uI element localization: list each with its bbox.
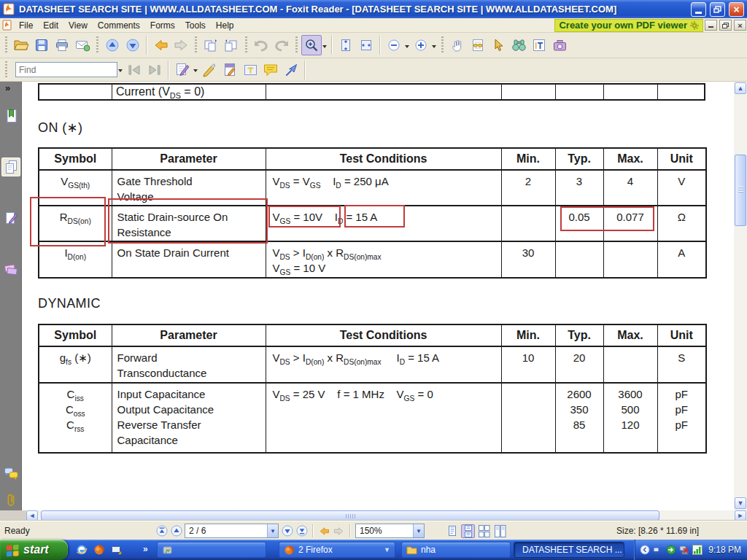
start-button[interactable]: start — [0, 540, 68, 560]
copy-to-clipboard-button[interactable] — [201, 35, 221, 55]
comments-list-button[interactable] — [1, 464, 20, 483]
menu-forms[interactable]: Forms — [145, 19, 180, 32]
reading-mode-button[interactable] — [468, 35, 488, 55]
pencil-markup-dropdown[interactable] — [193, 69, 198, 74]
single-page-layout-button[interactable] — [445, 524, 459, 538]
toolbar-grip[interactable] — [96, 36, 98, 54]
save-button[interactable] — [31, 35, 52, 55]
zoom-tool-dropdown[interactable] — [322, 45, 327, 50]
horizontal-scroll-thumb[interactable] — [41, 510, 659, 521]
pages-panel-button[interactable] — [1, 158, 20, 176]
menu-comments[interactable]: Comments — [93, 19, 145, 32]
comment-button[interactable] — [260, 60, 281, 80]
tray-network-icon[interactable] — [652, 545, 663, 556]
tray-collapse-chevron[interactable] — [639, 545, 650, 556]
menu-view[interactable]: View — [63, 19, 93, 32]
close-button[interactable]: × — [729, 2, 744, 17]
page-number-combo[interactable]: 2 / 6 ▼ — [185, 524, 279, 538]
menu-help[interactable]: Help — [211, 19, 239, 32]
mdi-minimize-button[interactable] — [705, 20, 717, 31]
scroll-up-button[interactable]: ▲ — [735, 82, 746, 94]
page-combo-dropdown[interactable]: ▼ — [267, 524, 278, 537]
pencil-markup-button[interactable] — [172, 60, 193, 80]
toolbar-grip[interactable] — [441, 36, 444, 54]
email-button[interactable] — [72, 35, 93, 55]
find-next-button[interactable] — [144, 60, 165, 80]
pdf-page[interactable]: Current (VDS = 0) ON (∗) Symbol Paramete… — [22, 82, 734, 510]
menu-tools[interactable]: Tools — [180, 19, 211, 32]
arrow-markup-button[interactable] — [281, 60, 301, 80]
quicklaunch-ie-icon[interactable] — [75, 543, 88, 556]
facing-layout-button[interactable] — [477, 524, 491, 538]
toolbar-grip[interactable] — [5, 36, 7, 54]
scroll-right-button[interactable]: ► — [735, 510, 746, 521]
zoom-tool-button[interactable] — [301, 35, 322, 55]
toolbar-grip[interactable] — [245, 36, 247, 54]
next-page-button[interactable] — [281, 525, 293, 537]
attach-file-button[interactable] — [199, 60, 220, 80]
quicklaunch-show-desktop-icon[interactable] — [110, 543, 123, 556]
toolbar-grip[interactable] — [5, 61, 7, 79]
continuous-facing-layout-button[interactable] — [493, 524, 507, 538]
note-comment-button[interactable] — [220, 60, 240, 80]
minimize-button[interactable] — [691, 2, 706, 17]
first-page-button[interactable] — [155, 525, 168, 537]
go-forward-button[interactable] — [171, 35, 191, 55]
taskbar-button-folder[interactable]: nha — [401, 542, 511, 558]
comments-panel-button[interactable] — [1, 209, 20, 228]
previous-view-button[interactable] — [102, 35, 123, 55]
annotation-box[interactable] — [344, 205, 405, 228]
find-input[interactable] — [15, 62, 117, 77]
taskbar-button-foxit[interactable]: DATASHEET SEARCH ... — [514, 542, 624, 558]
taskbar-button-app[interactable] — [157, 542, 266, 558]
zoom-in-dropdown[interactable] — [432, 45, 436, 50]
redo-button[interactable] — [271, 35, 292, 55]
scroll-down-button[interactable]: ▼ — [735, 497, 746, 509]
taskbar-button-firefox-group[interactable]: 2 Firefox ▼ — [279, 542, 395, 558]
mdi-restore-button[interactable] — [719, 20, 732, 31]
promo-banner[interactable]: Create your own PDF viewer — [554, 19, 703, 32]
zoom-combo[interactable]: 150% ▼ — [355, 524, 425, 538]
toolbar-grip[interactable] — [295, 36, 298, 54]
search-button[interactable] — [508, 35, 529, 55]
zoom-out-button[interactable] — [384, 35, 404, 55]
horizontal-scrollbar[interactable]: ◄ ► — [0, 510, 747, 521]
next-view-button[interactable] — [333, 525, 345, 537]
annotation-box[interactable] — [268, 206, 341, 228]
restore-button[interactable] — [710, 2, 725, 17]
fit-page-button[interactable] — [336, 35, 356, 55]
find-history-dropdown[interactable] — [118, 69, 123, 74]
menu-file[interactable]: File — [14, 19, 38, 32]
next-view-button[interactable] — [123, 35, 143, 55]
find-previous-button[interactable] — [124, 60, 144, 80]
sidebar-expand-chevron[interactable]: » — [5, 82, 10, 93]
go-back-button[interactable] — [150, 35, 171, 55]
menu-edit[interactable]: Edit — [38, 19, 63, 32]
bookmarks-panel-button[interactable] — [1, 106, 20, 125]
annotation-box[interactable] — [30, 197, 106, 246]
continuous-layout-button[interactable] — [461, 524, 475, 538]
snapshot-button[interactable] — [549, 35, 570, 55]
hand-tool-button[interactable] — [447, 35, 468, 55]
open-button[interactable] — [11, 35, 31, 55]
previous-view-button[interactable] — [318, 525, 330, 537]
tray-download-manager-icon[interactable] — [665, 545, 676, 556]
layers-panel-button[interactable] — [1, 260, 20, 279]
toolbar-grip[interactable] — [195, 36, 197, 54]
paste-from-clipboard-button[interactable] — [221, 35, 241, 55]
vertical-scroll-thumb[interactable] — [735, 155, 746, 226]
last-page-button[interactable] — [295, 525, 308, 537]
tray-disconnected-icon[interactable] — [678, 545, 689, 556]
quicklaunch-overflow-chevron[interactable]: » — [143, 544, 148, 554]
tray-signal-icon[interactable] — [692, 545, 703, 556]
zoom-combo-dropdown[interactable]: ▼ — [413, 524, 424, 537]
annotation-box[interactable] — [108, 198, 268, 244]
previous-page-button[interactable] — [170, 525, 182, 537]
select-tool-button[interactable] — [488, 35, 508, 55]
vertical-scrollbar[interactable]: ▲ ▼ — [734, 82, 747, 510]
undo-button[interactable] — [251, 35, 271, 55]
fit-width-button[interactable] — [356, 35, 376, 55]
mdi-close-button[interactable]: × — [734, 20, 746, 31]
zoom-out-dropdown[interactable] — [405, 45, 409, 50]
print-button[interactable] — [52, 35, 72, 55]
